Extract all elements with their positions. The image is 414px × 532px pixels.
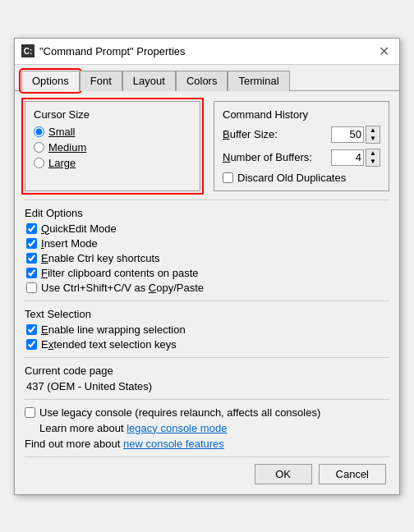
extended-keys-label: Extended text selection keys — [41, 338, 177, 351]
edit-options-list: QuickEdit Mode Insert Mode Enable Ctrl k… — [25, 222, 389, 294]
buffer-size-spinner[interactable]: ▲ ▼ — [331, 126, 380, 144]
ctrl-shift-checkbox[interactable] — [26, 282, 37, 293]
cursor-large-label: Large — [48, 157, 76, 169]
cursor-size-title: Cursor Size — [34, 108, 191, 121]
divider-4 — [25, 399, 389, 400]
num-buffers-input[interactable] — [331, 149, 364, 166]
quickedit-checkbox[interactable] — [26, 223, 37, 234]
buffer-size-down[interactable]: ▼ — [366, 135, 380, 143]
divider-3 — [25, 357, 389, 358]
code-page-section: Current code page 437 (OEM - United Stat… — [25, 365, 389, 392]
learn-more-prefix: Learn more about — [39, 422, 126, 434]
num-buffers-up[interactable]: ▲ — [366, 149, 380, 158]
insert-mode-item[interactable]: Insert Mode — [26, 237, 389, 250]
top-sections: Cursor Size Small Medium Large — [25, 101, 389, 191]
num-buffers-label: Number of Buffers: — [223, 151, 326, 163]
num-buffers-spinner[interactable]: ▲ ▼ — [331, 149, 380, 167]
find-out-row: Find out more about new console features — [25, 438, 389, 450]
cursor-small-option[interactable]: Small — [34, 126, 191, 138]
legacy-section: Use legacy console (requires relaunch, a… — [25, 406, 389, 419]
text-selection-section: Text Selection Enable line wrapping sele… — [25, 308, 389, 351]
ctrl-shift-item[interactable]: Use Ctrl+Shift+C/V as Copy/Paste — [26, 282, 389, 294]
cursor-medium-label: Medium — [48, 141, 86, 154]
close-icon[interactable]: ✕ — [375, 44, 393, 59]
tab-bar: Options Font Layout Colors Terminal — [15, 65, 399, 91]
buttons-row: OK Cancel — [25, 456, 389, 488]
cursor-large-radio[interactable] — [34, 158, 44, 168]
title-bar-left: C: "Command Prompt" Properties — [21, 44, 186, 57]
buffer-size-input[interactable] — [331, 126, 364, 143]
legacy-console-checkbox[interactable] — [25, 407, 35, 418]
line-wrap-item[interactable]: Enable line wrapping selection — [26, 323, 389, 336]
ctrl-shortcuts-checkbox[interactable] — [26, 253, 37, 264]
cursor-size-radios: Small Medium Large — [34, 126, 191, 169]
insert-mode-label: Insert Mode — [41, 237, 98, 250]
ctrl-shortcuts-label: Enable Ctrl key shortcuts — [41, 252, 160, 264]
discard-duplicates-label[interactable]: Discard Old Duplicates — [237, 172, 346, 184]
cursor-small-label: Small — [48, 126, 76, 138]
tab-content: Cursor Size Small Medium Large — [15, 91, 399, 494]
buffer-size-label: Buffer Size: — [223, 128, 326, 140]
window-title: "Command Prompt" Properties — [39, 45, 186, 57]
learn-more-row: Learn more about legacy console mode — [25, 422, 389, 434]
num-buffers-arrows: ▲ ▼ — [366, 149, 380, 167]
new-console-link[interactable]: new console features — [123, 438, 224, 450]
cursor-large-option[interactable]: Large — [34, 157, 191, 169]
legacy-console-link[interactable]: legacy console mode — [126, 422, 227, 434]
code-page-value: 437 (OEM - United States) — [25, 380, 389, 392]
insert-mode-checkbox[interactable] — [26, 238, 37, 249]
command-history-title: Command History — [223, 108, 380, 121]
filter-clipboard-checkbox[interactable] — [26, 268, 37, 278]
cursor-small-radio[interactable] — [34, 126, 44, 137]
num-buffers-down[interactable]: ▼ — [366, 158, 380, 166]
command-history-section: Command History Buffer Size: ▲ ▼ — [214, 101, 389, 191]
cursor-medium-option[interactable]: Medium — [34, 141, 191, 154]
find-out-prefix: Find out more about — [25, 438, 123, 450]
legacy-row: Use legacy console (requires relaunch, a… — [25, 406, 389, 419]
extended-keys-checkbox[interactable] — [26, 339, 37, 350]
legacy-console-label: Use legacy console (requires relaunch, a… — [39, 406, 320, 419]
cancel-button[interactable]: Cancel — [319, 464, 386, 484]
cursor-size-section: Cursor Size Small Medium Large — [25, 101, 200, 191]
discard-duplicates-checkbox[interactable] — [223, 172, 233, 183]
divider-2 — [25, 300, 389, 301]
ctrl-shift-label: Use Ctrl+Shift+C/V as Copy/Paste — [41, 282, 204, 294]
extended-keys-item[interactable]: Extended text selection keys — [26, 338, 389, 351]
edit-options-section: Edit Options QuickEdit Mode Insert Mode … — [25, 207, 389, 294]
quickedit-label: QuickEdit Mode — [41, 222, 117, 235]
text-selection-list: Enable line wrapping selection Extended … — [25, 323, 389, 351]
ok-button[interactable]: OK — [255, 464, 312, 484]
tab-colors[interactable]: Colors — [176, 71, 228, 91]
code-page-title: Current code page — [25, 365, 389, 377]
buffer-size-arrows: ▲ ▼ — [366, 126, 380, 144]
text-selection-title: Text Selection — [25, 308, 389, 320]
title-bar: C: "Command Prompt" Properties ✕ — [15, 39, 399, 65]
app-icon: C: — [21, 44, 34, 57]
quickedit-item[interactable]: QuickEdit Mode — [26, 222, 389, 235]
divider-1 — [25, 200, 389, 200]
ctrl-shortcuts-item[interactable]: Enable Ctrl key shortcuts — [26, 252, 389, 264]
tab-terminal[interactable]: Terminal — [228, 71, 289, 91]
cursor-medium-radio[interactable] — [34, 142, 44, 153]
tab-options[interactable]: Options — [21, 71, 80, 91]
filter-clipboard-item[interactable]: Filter clipboard contents on paste — [26, 267, 389, 279]
buffer-size-up[interactable]: ▲ — [366, 126, 380, 135]
filter-clipboard-label: Filter clipboard contents on paste — [41, 267, 199, 279]
tab-layout[interactable]: Layout — [122, 71, 176, 91]
line-wrap-label: Enable line wrapping selection — [41, 323, 186, 336]
edit-options-title: Edit Options — [25, 207, 389, 219]
properties-window: C: "Command Prompt" Properties ✕ Options… — [14, 38, 400, 495]
buffer-size-row: Buffer Size: ▲ ▼ — [223, 126, 380, 144]
num-buffers-row: Number of Buffers: ▲ ▼ — [223, 149, 380, 167]
line-wrap-checkbox[interactable] — [26, 324, 37, 335]
tab-font[interactable]: Font — [80, 71, 122, 91]
discard-row: Discard Old Duplicates — [223, 172, 380, 184]
